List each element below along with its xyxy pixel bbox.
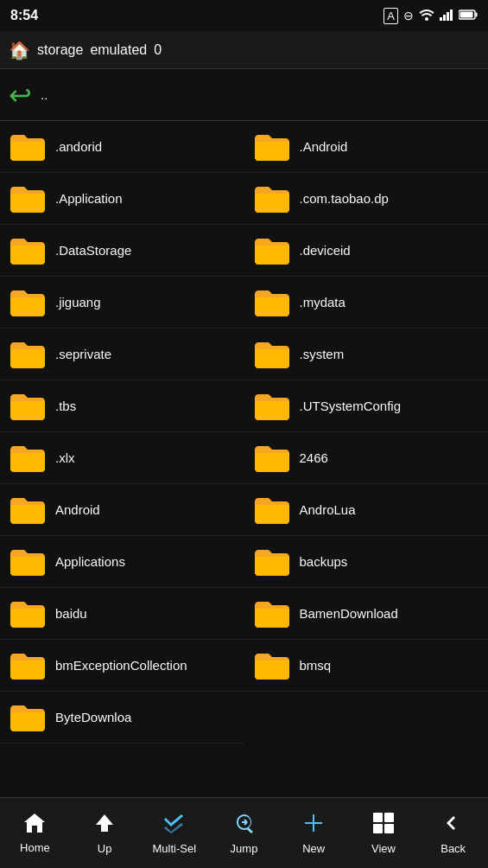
folder-icon <box>9 287 47 318</box>
folder-icon <box>253 546 291 578</box>
view-nav-icon <box>371 811 396 839</box>
file-name: .com.taobao.dp <box>300 191 389 207</box>
svg-rect-13 <box>373 824 383 833</box>
svg-rect-1 <box>440 17 442 21</box>
list-item[interactable]: AndroLua <box>244 484 489 536</box>
folder-icon <box>9 495 47 526</box>
file-name: .deviceid <box>300 243 351 258</box>
file-grid: ↩ .. .andorid .Android .Application .com… <box>0 69 488 744</box>
new-nav-icon <box>301 811 326 839</box>
list-item[interactable]: .seprivate <box>0 329 244 380</box>
list-item[interactable]: .xlx <box>0 432 244 484</box>
folder-icon <box>253 650 291 681</box>
file-name: .Android <box>300 139 348 155</box>
folder-icon <box>9 598 47 629</box>
back-directory-item[interactable]: ↩ .. <box>0 69 488 121</box>
folder-icon <box>9 546 47 578</box>
folder-icon <box>9 183 47 214</box>
list-item[interactable]: .Application <box>0 173 244 225</box>
list-item[interactable]: .mydata <box>244 277 489 329</box>
folder-icon <box>253 235 291 266</box>
up-nav-icon <box>92 811 117 839</box>
file-name: Applications <box>55 554 125 570</box>
dnd-icon: ⊖ <box>403 9 414 22</box>
nav-back[interactable]: Back <box>418 811 488 855</box>
nav-home[interactable]: Home <box>0 812 70 854</box>
file-name: .DataStorage <box>55 243 131 258</box>
list-item[interactable]: .Android <box>244 121 489 173</box>
folder-icon <box>9 235 47 266</box>
list-item[interactable]: .jiguang <box>0 277 244 329</box>
file-name: ByteDownloa <box>55 710 131 725</box>
status-icons: A ⊖ <box>383 8 478 24</box>
multisel-nav-icon <box>162 811 187 839</box>
list-item[interactable]: .DataStorage <box>0 225 244 277</box>
list-item[interactable]: .system <box>244 329 489 380</box>
wifi-icon <box>419 9 434 23</box>
home-breadcrumb-icon[interactable]: 🏠 <box>9 40 30 61</box>
signal-icon <box>440 9 453 23</box>
a-icon: A <box>383 8 398 24</box>
back-nav-icon <box>441 811 466 839</box>
list-item[interactable]: Android <box>0 484 244 536</box>
list-item[interactable]: BamenDownload <box>244 588 489 640</box>
file-name: .Application <box>55 191 123 207</box>
list-item[interactable]: Applications <box>0 536 244 588</box>
list-item[interactable]: bmsq <box>244 640 489 692</box>
list-item[interactable]: ByteDownloa <box>0 692 244 744</box>
file-name: .xlx <box>55 450 75 466</box>
svg-rect-3 <box>447 12 449 21</box>
nav-up[interactable]: Up <box>70 811 140 855</box>
svg-rect-12 <box>384 813 394 822</box>
home-nav-icon <box>22 812 47 838</box>
list-item[interactable]: bmExceptionCollection <box>0 640 244 692</box>
list-item[interactable]: .tbs <box>0 380 244 432</box>
breadcrumb-emulated[interactable]: emulated <box>90 42 147 58</box>
multisel-nav-label: Multi-Sel <box>153 842 197 855</box>
folder-icon <box>253 495 291 526</box>
nav-jump[interactable]: Jump <box>209 811 279 855</box>
nav-multisel[interactable]: Multi-Sel <box>139 811 209 855</box>
list-item[interactable]: baidu <box>0 588 244 640</box>
svg-rect-11 <box>373 813 383 822</box>
new-nav-label: New <box>302 842 325 855</box>
file-name: Android <box>55 502 100 518</box>
jump-nav-label: Jump <box>231 842 258 855</box>
folder-icon <box>253 183 291 214</box>
jump-nav-icon <box>232 811 257 839</box>
file-name: .seprivate <box>55 347 111 362</box>
folder-icon <box>9 131 47 163</box>
nav-new[interactable]: New <box>279 811 349 855</box>
breadcrumb-0[interactable]: 0 <box>154 42 162 58</box>
list-item[interactable]: 2466 <box>244 432 489 484</box>
svg-rect-4 <box>450 10 453 21</box>
folder-icon <box>253 131 291 163</box>
file-name: .andorid <box>55 139 102 155</box>
folder-icon <box>9 339 47 370</box>
back-nav-label: Back <box>440 842 466 855</box>
svg-point-0 <box>425 17 428 21</box>
back-directory-name: .. <box>41 87 48 103</box>
list-item[interactable]: .deviceid <box>244 225 489 277</box>
list-item[interactable]: backups <box>244 536 489 588</box>
battery-icon <box>459 9 478 22</box>
status-bar: 8:54 A ⊖ <box>0 0 488 31</box>
list-item[interactable]: .andorid <box>0 121 244 173</box>
view-nav-label: View <box>371 842 396 855</box>
folder-icon <box>9 650 47 681</box>
home-nav-label: Home <box>20 841 50 854</box>
file-name: 2466 <box>300 450 328 466</box>
file-name: AndroLua <box>300 502 356 518</box>
folder-icon <box>253 339 291 370</box>
back-arrow-icon: ↩ <box>9 79 32 112</box>
svg-rect-14 <box>384 824 394 833</box>
file-list[interactable]: ↩ .. .andorid .Android .Application .com… <box>0 69 488 797</box>
folder-icon <box>9 702 47 733</box>
list-item[interactable]: .UTSystemConfig <box>244 380 489 432</box>
folder-icon <box>9 443 47 474</box>
breadcrumb-storage[interactable]: storage <box>37 42 83 58</box>
svg-rect-6 <box>476 13 478 17</box>
folder-icon <box>253 287 291 318</box>
nav-view[interactable]: View <box>349 811 419 855</box>
list-item[interactable]: .com.taobao.dp <box>244 173 489 225</box>
